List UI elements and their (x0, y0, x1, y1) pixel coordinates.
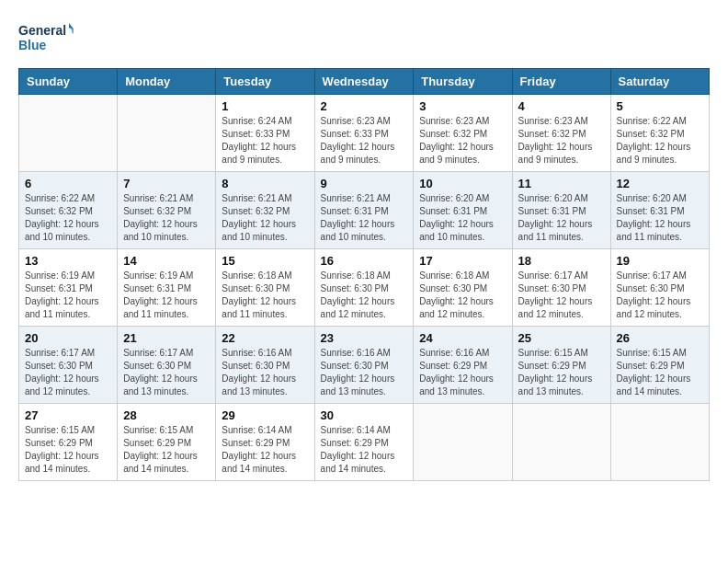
calendar-day: 5Sunrise: 6:22 AM Sunset: 6:32 PM Daylig… (610, 95, 709, 172)
day-info: Sunrise: 6:21 AM Sunset: 6:31 PM Dayligh… (321, 192, 408, 244)
calendar-day: 7Sunrise: 6:21 AM Sunset: 6:32 PM Daylig… (118, 172, 216, 249)
calendar-day: 26Sunrise: 6:15 AM Sunset: 6:29 PM Dayli… (610, 327, 709, 404)
day-number: 28 (123, 408, 210, 422)
day-info: Sunrise: 6:15 AM Sunset: 6:29 PM Dayligh… (617, 347, 703, 398)
calendar-day: 10Sunrise: 6:20 AM Sunset: 6:31 PM Dayli… (414, 172, 512, 249)
day-number: 18 (518, 254, 605, 268)
calendar-week-4: 20Sunrise: 6:17 AM Sunset: 6:30 PM Dayli… (19, 327, 710, 404)
day-number: 10 (419, 177, 506, 190)
day-info: Sunrise: 6:17 AM Sunset: 6:30 PM Dayligh… (617, 270, 703, 321)
day-number: 5 (617, 99, 703, 113)
calendar-day (610, 404, 709, 481)
day-number: 9 (321, 177, 408, 190)
day-info: Sunrise: 6:14 AM Sunset: 6:29 PM Dayligh… (222, 424, 308, 476)
weekday-header-thursday: Thursday (414, 69, 512, 95)
calendar-day: 23Sunrise: 6:16 AM Sunset: 6:30 PM Dayli… (314, 327, 414, 404)
calendar-day (414, 404, 512, 481)
calendar-day: 22Sunrise: 6:16 AM Sunset: 6:30 PM Dayli… (216, 327, 314, 404)
day-number: 13 (25, 254, 111, 268)
calendar-day: 25Sunrise: 6:15 AM Sunset: 6:29 PM Dayli… (512, 327, 610, 404)
calendar-day: 1Sunrise: 6:24 AM Sunset: 6:33 PM Daylig… (216, 95, 314, 172)
calendar-day (118, 95, 216, 172)
calendar-day: 19Sunrise: 6:17 AM Sunset: 6:30 PM Dayli… (610, 249, 709, 327)
calendar-day: 12Sunrise: 6:20 AM Sunset: 6:31 PM Dayli… (610, 172, 709, 249)
calendar-week-5: 27Sunrise: 6:15 AM Sunset: 6:29 PM Dayli… (19, 404, 710, 481)
calendar-day: 30Sunrise: 6:14 AM Sunset: 6:29 PM Dayli… (314, 404, 414, 481)
calendar-table: SundayMondayTuesdayWednesdayThursdayFrid… (18, 68, 710, 481)
calendar-day: 9Sunrise: 6:21 AM Sunset: 6:31 PM Daylig… (314, 172, 414, 249)
calendar-day: 6Sunrise: 6:22 AM Sunset: 6:32 PM Daylig… (19, 172, 118, 249)
day-number: 6 (25, 177, 111, 190)
calendar-week-3: 13Sunrise: 6:19 AM Sunset: 6:31 PM Dayli… (19, 249, 710, 327)
day-number: 21 (123, 331, 210, 345)
calendar-day: 4Sunrise: 6:23 AM Sunset: 6:32 PM Daylig… (512, 95, 610, 172)
day-number: 30 (321, 408, 408, 422)
weekday-header-row: SundayMondayTuesdayWednesdayThursdayFrid… (19, 69, 710, 95)
weekday-header-friday: Friday (512, 69, 610, 95)
day-info: Sunrise: 6:23 AM Sunset: 6:32 PM Dayligh… (518, 115, 605, 167)
day-info: Sunrise: 6:16 AM Sunset: 6:30 PM Dayligh… (321, 347, 408, 398)
day-number: 11 (518, 177, 605, 190)
calendar-day (19, 95, 118, 172)
weekday-header-wednesday: Wednesday (314, 69, 414, 95)
day-info: Sunrise: 6:19 AM Sunset: 6:31 PM Dayligh… (25, 270, 111, 321)
day-number: 27 (25, 408, 111, 422)
calendar-day: 18Sunrise: 6:17 AM Sunset: 6:30 PM Dayli… (512, 249, 610, 327)
calendar-day: 27Sunrise: 6:15 AM Sunset: 6:29 PM Dayli… (19, 404, 118, 481)
weekday-header-monday: Monday (118, 69, 216, 95)
logo-svg: General Blue (18, 18, 74, 59)
day-number: 12 (617, 177, 703, 190)
calendar-day: 14Sunrise: 6:19 AM Sunset: 6:31 PM Dayli… (118, 249, 216, 327)
day-info: Sunrise: 6:18 AM Sunset: 6:30 PM Dayligh… (419, 270, 506, 321)
calendar-week-2: 6Sunrise: 6:22 AM Sunset: 6:32 PM Daylig… (19, 172, 710, 249)
weekday-header-tuesday: Tuesday (216, 69, 314, 95)
svg-text:Blue: Blue (18, 38, 47, 52)
day-info: Sunrise: 6:18 AM Sunset: 6:30 PM Dayligh… (321, 270, 408, 321)
day-info: Sunrise: 6:24 AM Sunset: 6:33 PM Dayligh… (222, 115, 308, 167)
day-number: 3 (419, 99, 506, 113)
day-info: Sunrise: 6:18 AM Sunset: 6:30 PM Dayligh… (222, 270, 308, 321)
day-info: Sunrise: 6:15 AM Sunset: 6:29 PM Dayligh… (25, 424, 111, 476)
day-number: 14 (123, 254, 210, 268)
day-info: Sunrise: 6:20 AM Sunset: 6:31 PM Dayligh… (518, 192, 605, 244)
day-info: Sunrise: 6:23 AM Sunset: 6:33 PM Dayligh… (321, 115, 408, 167)
day-number: 16 (321, 254, 408, 268)
calendar-day: 3Sunrise: 6:23 AM Sunset: 6:32 PM Daylig… (414, 95, 512, 172)
day-number: 25 (518, 331, 605, 345)
day-info: Sunrise: 6:15 AM Sunset: 6:29 PM Dayligh… (123, 424, 210, 476)
day-number: 2 (321, 99, 408, 113)
calendar-day: 24Sunrise: 6:16 AM Sunset: 6:29 PM Dayli… (414, 327, 512, 404)
day-info: Sunrise: 6:16 AM Sunset: 6:30 PM Dayligh… (222, 347, 308, 398)
day-info: Sunrise: 6:17 AM Sunset: 6:30 PM Dayligh… (25, 347, 111, 398)
day-number: 1 (222, 99, 308, 113)
day-info: Sunrise: 6:15 AM Sunset: 6:29 PM Dayligh… (518, 347, 605, 398)
calendar-day: 13Sunrise: 6:19 AM Sunset: 6:31 PM Dayli… (19, 249, 118, 327)
day-info: Sunrise: 6:21 AM Sunset: 6:32 PM Dayligh… (222, 192, 308, 244)
day-info: Sunrise: 6:22 AM Sunset: 6:32 PM Dayligh… (617, 115, 703, 167)
calendar-week-1: 1Sunrise: 6:24 AM Sunset: 6:33 PM Daylig… (19, 95, 710, 172)
day-info: Sunrise: 6:21 AM Sunset: 6:32 PM Dayligh… (123, 192, 210, 244)
calendar-day: 20Sunrise: 6:17 AM Sunset: 6:30 PM Dayli… (19, 327, 118, 404)
day-number: 19 (617, 254, 703, 268)
calendar-day: 15Sunrise: 6:18 AM Sunset: 6:30 PM Dayli… (216, 249, 314, 327)
weekday-header-sunday: Sunday (19, 69, 118, 95)
weekday-header-saturday: Saturday (610, 69, 709, 95)
day-info: Sunrise: 6:20 AM Sunset: 6:31 PM Dayligh… (617, 192, 703, 244)
day-number: 24 (419, 331, 506, 345)
logo: General Blue (18, 18, 74, 59)
day-number: 22 (222, 331, 308, 345)
calendar-day: 17Sunrise: 6:18 AM Sunset: 6:30 PM Dayli… (414, 249, 512, 327)
day-info: Sunrise: 6:17 AM Sunset: 6:30 PM Dayligh… (518, 270, 605, 321)
day-number: 4 (518, 99, 605, 113)
day-info: Sunrise: 6:17 AM Sunset: 6:30 PM Dayligh… (123, 347, 210, 398)
header: General Blue (18, 18, 710, 59)
day-number: 8 (222, 177, 308, 190)
day-number: 20 (25, 331, 111, 345)
day-info: Sunrise: 6:16 AM Sunset: 6:29 PM Dayligh… (419, 347, 506, 398)
calendar-day: 11Sunrise: 6:20 AM Sunset: 6:31 PM Dayli… (512, 172, 610, 249)
day-number: 7 (123, 177, 210, 190)
day-number: 17 (419, 254, 506, 268)
calendar-day: 16Sunrise: 6:18 AM Sunset: 6:30 PM Dayli… (314, 249, 414, 327)
day-info: Sunrise: 6:20 AM Sunset: 6:31 PM Dayligh… (419, 192, 506, 244)
calendar-day: 2Sunrise: 6:23 AM Sunset: 6:33 PM Daylig… (314, 95, 414, 172)
